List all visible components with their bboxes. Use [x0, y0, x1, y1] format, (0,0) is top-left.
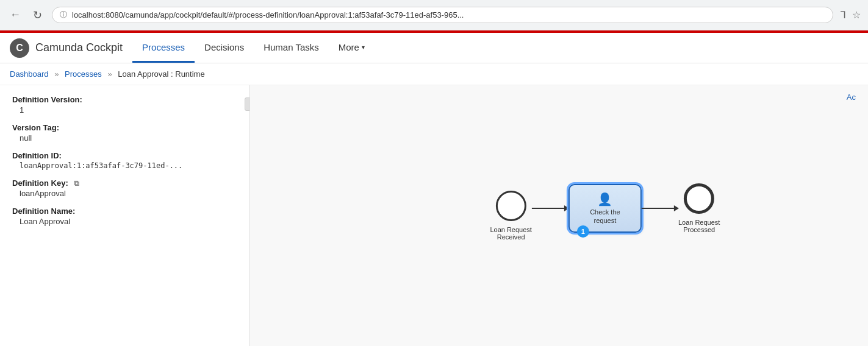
back-button[interactable]: ←: [7, 6, 23, 24]
bpmn-container: Loan RequestReceived 👤 Check therequest …: [490, 191, 720, 241]
field-label-def-name: Definition Name:: [12, 207, 237, 216]
app-nav: Processes Decisions Human Tasks More ▾: [132, 33, 375, 63]
field-label-def-key: Definition Key: ⧉: [12, 178, 237, 188]
arrow-line-2: [642, 208, 678, 209]
app-title: Camunda Cockpit: [35, 41, 123, 54]
collapse-button[interactable]: ‹: [245, 97, 250, 111]
browser-icons: Ꞁ ☆: [841, 9, 861, 21]
field-label-def-id: Definition ID:: [12, 151, 237, 160]
field-definition-version: Definition Version: 1: [12, 95, 237, 115]
refresh-button[interactable]: ↻: [30, 6, 45, 24]
copy-icon[interactable]: ⧉: [74, 179, 79, 188]
field-value-def-key: loanApproval: [12, 189, 237, 198]
logo-circle: C: [10, 38, 29, 58]
nav-decisions[interactable]: Decisions: [195, 33, 254, 63]
bpmn-task[interactable]: 👤 Check therequest 1: [569, 184, 642, 233]
breadcrumb: Dashboard » Processes » Loan Approval : …: [0, 63, 868, 85]
app-header: C Camunda Cockpit Processes Decisions Hu…: [0, 33, 868, 63]
url-text: localhost:8080/camunda/app/cockpit/defau…: [72, 10, 464, 19]
left-panel: ‹ Definition Version: 1 Version Tag: nul…: [0, 85, 250, 346]
end-event-group: Loan RequestProcessed: [678, 183, 720, 233]
field-definition-name: Definition Name: Loan Approval: [12, 207, 237, 226]
user-task-icon: 👤: [597, 192, 612, 207]
bpmn-flow: Loan RequestReceived 👤 Check therequest …: [490, 191, 720, 241]
end-event-label: Loan RequestProcessed: [678, 219, 720, 233]
address-bar[interactable]: ⓘ localhost:8080/camunda/app/cockpit/def…: [52, 7, 833, 23]
arrow-line-1: [532, 208, 569, 209]
diagram-area: Ac Loan RequestReceived: [250, 85, 868, 346]
field-value-version: 1: [12, 105, 237, 115]
info-icon: ⓘ: [60, 10, 67, 20]
field-definition-id: Definition ID: loanApproval:1:af53afaf-3…: [12, 151, 237, 170]
chevron-down-icon: ▾: [362, 44, 365, 51]
field-label-version: Definition Version:: [12, 95, 237, 104]
logo-area: C Camunda Cockpit: [0, 38, 132, 58]
field-definition-key: Definition Key: ⧉ loanApproval: [12, 178, 237, 198]
star-icon: ☆: [852, 9, 861, 21]
field-value-def-id: loanApproval:1:af53afaf-3c79-11ed-...: [12, 161, 237, 170]
profile-icon: Ꞁ: [841, 9, 846, 21]
field-version-tag: Version Tag: null: [12, 123, 237, 143]
task-group: 👤 Check therequest 1: [569, 184, 642, 233]
nav-more-label: More: [339, 42, 359, 52]
nav-human-tasks[interactable]: Human Tasks: [254, 33, 329, 63]
field-label-version-tag: Version Tag:: [12, 123, 237, 132]
breadcrumb-sep-2: »: [107, 69, 112, 79]
breadcrumb-sep-1: »: [54, 69, 59, 79]
browser-chrome: ← ↻ ⓘ localhost:8080/camunda/app/cockpit…: [0, 0, 868, 30]
nav-processes[interactable]: Processes: [132, 33, 195, 63]
breadcrumb-current: Loan Approval : Runtime: [118, 69, 204, 79]
end-event[interactable]: [684, 183, 714, 214]
arrow-1: [532, 208, 569, 209]
field-value-version-tag: null: [12, 133, 237, 143]
breadcrumb-dashboard[interactable]: Dashboard: [10, 69, 49, 79]
start-event-group: Loan RequestReceived: [490, 191, 532, 241]
diagram-canvas: Loan RequestReceived 👤 Check therequest …: [250, 85, 868, 346]
main-layout: ‹ Definition Version: 1 Version Tag: nul…: [0, 85, 868, 346]
task-badge: 1: [577, 225, 589, 238]
field-value-def-name: Loan Approval: [12, 217, 237, 226]
arrow-2: [642, 208, 678, 209]
start-event[interactable]: [496, 191, 526, 221]
start-event-label: Loan RequestReceived: [490, 226, 532, 241]
nav-more-dropdown: More ▾: [339, 42, 365, 52]
nav-more[interactable]: More ▾: [329, 33, 375, 63]
breadcrumb-processes[interactable]: Processes: [65, 69, 102, 79]
task-label: Check therequest: [590, 208, 620, 225]
